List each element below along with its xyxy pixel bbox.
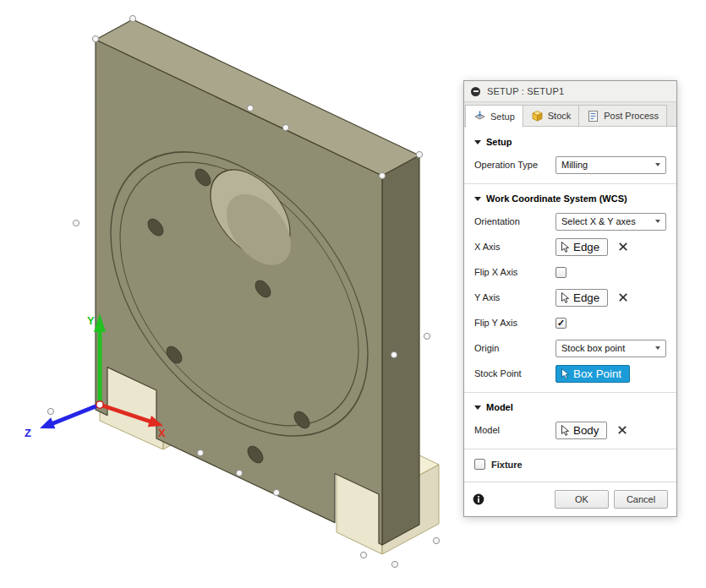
section-setup-header[interactable]: Setup <box>464 128 676 152</box>
flip-y-label: Flip Y Axis <box>474 318 555 328</box>
stock-point-handle[interactable] <box>360 552 366 558</box>
flip-x-label: Flip X Axis <box>474 267 555 277</box>
ok-button[interactable]: OK <box>555 490 609 509</box>
picker-label: Edge <box>573 241 599 253</box>
collapse-arrow-icon <box>474 140 481 144</box>
x-axis-row: X Axis Edge <box>464 234 676 259</box>
select-value: Milling <box>561 160 588 170</box>
origin-row: Origin Stock box point <box>464 335 676 361</box>
tab-label: Setup <box>490 112 515 122</box>
x-axis-clear-icon[interactable] <box>617 241 629 253</box>
stock-point-handle[interactable] <box>391 561 397 567</box>
dialog-tabs: Setup Stock <box>464 102 676 127</box>
stock-point-select-button[interactable]: Box Point <box>555 365 630 383</box>
section-title: Model <box>486 402 513 412</box>
model-select-button[interactable]: Body <box>555 422 607 439</box>
cursor-select-icon <box>561 242 570 253</box>
fixture-label: Fixture <box>491 460 523 470</box>
stock-point-handle[interactable] <box>424 333 430 339</box>
y-axis-row: Y Axis Edge <box>464 285 676 310</box>
flip-x-row: Flip X Axis <box>464 259 676 285</box>
x-axis-select-button[interactable]: Edge <box>555 238 608 256</box>
flip-y-checkbox[interactable]: ✓ <box>555 318 566 329</box>
stock-point-handle[interactable] <box>282 124 288 130</box>
z-axis-label: Z <box>25 427 31 439</box>
fixture-checkbox[interactable] <box>474 459 485 470</box>
origin-select[interactable]: Stock box point <box>555 340 666 357</box>
info-icon[interactable] <box>473 493 484 505</box>
tab-label: Post Process <box>604 111 659 121</box>
picker-label: Box Point <box>573 368 621 380</box>
model-clear-icon[interactable] <box>616 424 628 436</box>
stock-point-handle[interactable] <box>247 105 253 111</box>
model-label: Model <box>474 425 555 435</box>
y-axis-label: Y <box>87 314 95 327</box>
z-axis-arrowhead[interactable] <box>40 417 55 428</box>
checkmark: ✓ <box>557 318 565 328</box>
post-process-tab-icon <box>587 110 599 122</box>
dialog-title: SETUP : SETUP1 <box>487 86 564 96</box>
select-value: Select X & Y axes <box>561 216 636 226</box>
section-wcs-header[interactable]: Work Coordinate System (WCS) <box>464 185 676 209</box>
y-axis-field-label: Y Axis <box>474 292 555 302</box>
operation-type-select[interactable]: Milling <box>555 156 666 174</box>
dialog-grip-icon[interactable] <box>471 87 480 96</box>
section-title: Work Coordinate System (WCS) <box>486 193 627 204</box>
cancel-button[interactable]: Cancel <box>614 490 668 509</box>
stock-point-handle[interactable] <box>433 537 439 543</box>
section-model-header[interactable]: Model <box>464 394 676 417</box>
tab-post-process[interactable]: Post Process <box>579 105 667 127</box>
stock-point-handle[interactable] <box>236 470 242 476</box>
stock-point-handle[interactable] <box>391 351 397 357</box>
tab-label: Stock <box>548 111 572 121</box>
picker-label: Body <box>573 424 599 437</box>
dialog-titlebar[interactable]: SETUP : SETUP1 <box>464 81 676 102</box>
stock-tab-icon <box>531 110 544 122</box>
stock-point-row: Stock Point Box Point <box>464 361 676 386</box>
stock-point-handle[interactable] <box>92 35 98 41</box>
stock-point-handle[interactable] <box>379 172 385 178</box>
picker-label: Edge <box>573 291 599 304</box>
model-row: Model Body <box>464 417 676 443</box>
stock-point-handle[interactable] <box>73 220 79 226</box>
divider <box>464 392 676 393</box>
dropdown-arrow-icon <box>655 163 660 166</box>
flip-x-checkbox[interactable] <box>555 267 566 278</box>
3d-viewport[interactable]: Y Z X <box>0 0 457 588</box>
stock-point-handle[interactable] <box>47 408 53 414</box>
cursor-select-icon <box>561 292 570 303</box>
dialog-body: Setup Operation Type Milling Work Coordi… <box>464 127 676 475</box>
x-axis-field-label: X Axis <box>474 242 555 252</box>
z-axis-arrow[interactable] <box>53 405 100 423</box>
setup-dialog: SETUP : SETUP1 Setup <box>463 80 677 517</box>
x-axis-label: X <box>158 427 166 439</box>
stock-point-handle[interactable] <box>273 489 279 495</box>
tab-stock[interactable]: Stock <box>523 105 580 127</box>
divider <box>464 449 676 449</box>
application-window: Y Z X SETUP : SETUP <box>0 0 706 588</box>
operation-type-label: Operation Type <box>474 160 555 170</box>
section-title: Setup <box>486 137 512 147</box>
cursor-select-icon <box>561 368 570 379</box>
stock-point-handle[interactable] <box>197 449 203 455</box>
dropdown-arrow-icon <box>655 220 660 223</box>
part-front-face[interactable] <box>96 40 382 545</box>
tab-setup[interactable]: Setup <box>465 105 523 128</box>
stock-point-label: Stock Point <box>474 368 555 378</box>
orientation-select[interactable]: Select X & Y axes <box>555 213 666 231</box>
select-value: Stock box point <box>561 343 625 353</box>
wcs-origin-point[interactable] <box>96 401 103 408</box>
cursor-select-icon <box>561 425 570 436</box>
stock-point-handle[interactable] <box>129 15 135 21</box>
collapse-arrow-icon <box>474 197 481 201</box>
y-axis-select-button[interactable]: Edge <box>555 289 608 307</box>
y-axis-clear-icon[interactable] <box>617 291 629 303</box>
dropdown-arrow-icon <box>655 346 660 350</box>
part-side-face[interactable] <box>382 155 419 545</box>
operation-type-row: Operation Type Milling <box>464 152 676 177</box>
divider <box>464 183 676 184</box>
stock-point-handle[interactable] <box>416 151 422 157</box>
dialog-footer: OK Cancel <box>464 482 676 516</box>
origin-label: Origin <box>474 343 555 353</box>
part-body[interactable] <box>96 19 419 545</box>
